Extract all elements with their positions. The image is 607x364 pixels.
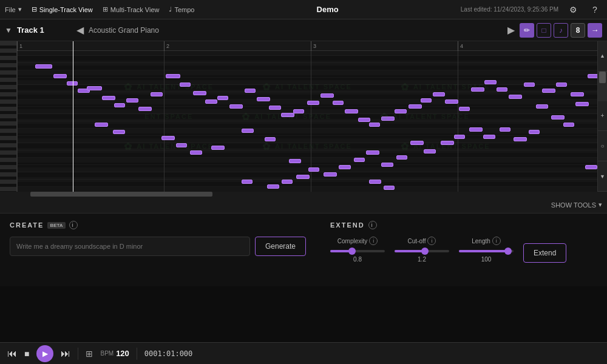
- note[interactable]: [369, 180, 381, 184]
- note[interactable]: [524, 83, 535, 87]
- single-track-view-btn[interactable]: ⊟ Single-Track View: [32, 5, 93, 13]
- create-text-input[interactable]: [10, 237, 250, 256]
- v-scrollbar-track[interactable]: [598, 72, 607, 101]
- note[interactable]: [421, 98, 432, 103]
- note[interactable]: [454, 135, 465, 139]
- scroll-up-btn[interactable]: ▲: [598, 41, 607, 72]
- note[interactable]: [217, 96, 228, 100]
- cutoff-track[interactable]: [395, 250, 449, 252]
- note[interactable]: [35, 64, 52, 69]
- tempo-btn[interactable]: ♩ Tempo: [169, 5, 194, 13]
- note[interactable]: [138, 107, 152, 111]
- track-number-btn[interactable]: 8: [571, 23, 585, 38]
- note[interactable]: [87, 86, 102, 90]
- note[interactable]: [384, 186, 395, 190]
- note[interactable]: [345, 109, 358, 113]
- h-scrollbar-thumb[interactable]: [30, 192, 212, 197]
- track-next-btn[interactable]: ▶: [507, 24, 515, 36]
- square-btn[interactable]: □: [537, 23, 551, 38]
- note[interactable]: [369, 123, 380, 127]
- note[interactable]: [229, 104, 243, 109]
- rewind-btn[interactable]: ⏮: [7, 348, 17, 359]
- extend-btn[interactable]: Extend: [523, 243, 566, 263]
- complexity-track[interactable]: [330, 250, 385, 252]
- note[interactable]: [190, 150, 202, 155]
- note[interactable]: [585, 165, 597, 169]
- note[interactable]: [354, 158, 365, 162]
- note[interactable]: [95, 123, 108, 127]
- note[interactable]: [571, 92, 584, 96]
- cutoff-thumb[interactable]: [421, 248, 429, 255]
- note[interactable]: [320, 93, 334, 98]
- track-prev-btn[interactable]: ◀: [76, 24, 84, 36]
- note[interactable]: [267, 184, 279, 189]
- note[interactable]: [509, 95, 522, 99]
- note[interactable]: [563, 123, 574, 127]
- note[interactable]: [126, 98, 138, 103]
- note[interactable]: [282, 180, 293, 184]
- note[interactable]: [113, 130, 125, 134]
- note[interactable]: [424, 149, 436, 153]
- note[interactable]: [180, 83, 191, 87]
- note[interactable]: [176, 143, 187, 147]
- length-info-icon[interactable]: i: [492, 237, 501, 245]
- note[interactable]: [308, 167, 319, 172]
- note[interactable]: [514, 137, 527, 141]
- v-scrollbar-thumb[interactable]: [599, 72, 606, 84]
- note[interactable]: [358, 118, 370, 122]
- note[interactable]: [281, 113, 294, 117]
- note[interactable]: [445, 99, 458, 104]
- pencil-btn[interactable]: ✏: [520, 23, 534, 38]
- zoom-out-btn[interactable]: ○: [598, 131, 607, 161]
- show-tools-btn[interactable]: SHOW TOOLS ▾: [551, 201, 602, 209]
- fast-forward-btn[interactable]: ⏭: [61, 348, 70, 359]
- help-btn[interactable]: ?: [588, 2, 602, 17]
- note[interactable]: [53, 74, 67, 78]
- create-info-icon[interactable]: i: [69, 221, 78, 229]
- note[interactable]: [497, 87, 507, 92]
- length-thumb[interactable]: [504, 248, 512, 255]
- note[interactable]: [366, 150, 379, 155]
- track-collapse-arrow[interactable]: ▼: [5, 26, 12, 35]
- note[interactable]: [396, 155, 407, 160]
- stop-btn[interactable]: ■: [24, 349, 29, 359]
- note[interactable]: [296, 175, 310, 179]
- note[interactable]: [575, 102, 589, 106]
- note[interactable]: [151, 92, 163, 96]
- note[interactable]: [459, 107, 470, 111]
- note[interactable]: [293, 109, 304, 113]
- note[interactable]: [242, 180, 253, 184]
- length-track[interactable]: [459, 250, 514, 252]
- note[interactable]: [102, 96, 115, 100]
- note[interactable]: [588, 74, 597, 78]
- note[interactable]: [307, 101, 319, 105]
- note[interactable]: [339, 165, 351, 169]
- extend-info-icon[interactable]: i: [368, 221, 377, 229]
- note[interactable]: [265, 137, 276, 141]
- note[interactable]: [205, 99, 217, 104]
- cutoff-info-icon[interactable]: i: [427, 237, 436, 245]
- track-arrow-btn[interactable]: →: [588, 23, 602, 38]
- note[interactable]: [556, 83, 567, 87]
- note[interactable]: [469, 127, 483, 132]
- note[interactable]: [193, 91, 206, 95]
- note[interactable]: [433, 92, 445, 96]
- note[interactable]: [484, 80, 497, 84]
- zoom-in-btn[interactable]: +: [598, 101, 607, 132]
- music-note-btn[interactable]: ♪: [554, 23, 568, 38]
- note[interactable]: [289, 159, 301, 163]
- note[interactable]: [395, 109, 407, 113]
- multi-track-view-btn[interactable]: ⊞ Multi-Track View: [103, 5, 160, 13]
- play-btn[interactable]: ▶: [36, 345, 53, 362]
- note[interactable]: [114, 103, 125, 107]
- settings-btn[interactable]: ⚙: [566, 2, 580, 17]
- note[interactable]: [324, 172, 337, 177]
- note[interactable]: [211, 146, 225, 150]
- h-scrollbar[interactable]: [0, 192, 607, 197]
- note[interactable]: [242, 129, 254, 133]
- roll-area[interactable]: 1 2 3 4 ✿AI TALENT SPACE ✿AI TALENT SPAC…: [17, 41, 597, 192]
- note[interactable]: [551, 115, 565, 120]
- complexity-info-icon[interactable]: i: [369, 237, 378, 245]
- note[interactable]: [381, 116, 395, 121]
- note[interactable]: [166, 74, 180, 78]
